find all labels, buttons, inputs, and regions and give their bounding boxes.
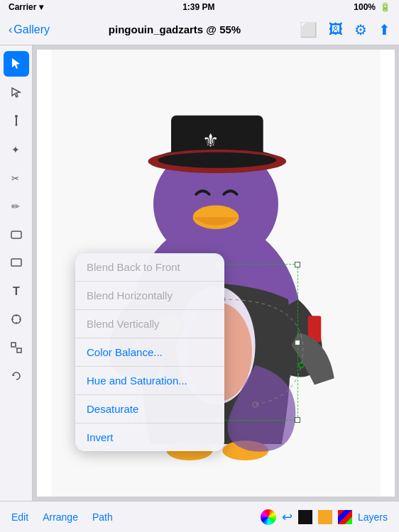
nav-bar: ‹ Gallery pingouin_gadzarts @ 55% ⬜ 🖼 ⚙ …	[0, 14, 399, 45]
undo-button[interactable]: ↩	[282, 509, 293, 525]
star-icon: ✦	[10, 143, 23, 155]
pattern-swatch[interactable]	[338, 510, 352, 524]
hue-saturation-item[interactable]: Hue and Saturation...	[75, 367, 224, 395]
frame-icon[interactable]: ⬜	[300, 21, 317, 38]
left-toolbar: ✦ ✂ ✏ T	[0, 45, 33, 501]
direct-select-tool[interactable]	[4, 79, 29, 105]
svg-text:⚜: ⚜	[202, 131, 219, 151]
invert-item[interactable]: Invert	[75, 423, 224, 451]
chevron-left-icon: ‹	[9, 23, 12, 36]
color-balance-item[interactable]: Color Balance...	[75, 338, 224, 367]
svg-rect-17	[17, 348, 21, 353]
layers-button[interactable]: Layers	[358, 511, 388, 523]
color-wheel[interactable]	[261, 509, 276, 525]
text-icon: T	[10, 284, 23, 297]
node-tool[interactable]: ✦	[4, 136, 29, 162]
svg-point-2	[15, 115, 18, 118]
svg-rect-16	[11, 343, 16, 347]
svg-marker-1	[12, 88, 20, 97]
image-icon[interactable]: 🖼	[329, 21, 343, 38]
svg-text:✏: ✏	[11, 201, 20, 212]
transform-icon	[10, 341, 23, 354]
svg-marker-0	[12, 58, 20, 69]
share-icon[interactable]: ⬆	[378, 21, 390, 38]
pen-icon	[10, 114, 23, 127]
blend-vertically: Blend Vertically	[75, 310, 224, 338]
arrange-button[interactable]: Arrange	[43, 511, 78, 523]
svg-text:T: T	[13, 285, 20, 297]
svg-point-26	[158, 153, 276, 168]
carrier-text: Carrier	[9, 2, 36, 12]
eraser-icon	[10, 228, 23, 240]
svg-rect-9	[11, 259, 21, 266]
nav-title: pingouin_gadzarts @ 55%	[109, 23, 241, 35]
blend-horizontally: Blend Horizontally	[75, 282, 224, 310]
wifi-icon: ▾	[39, 2, 43, 12]
text-tool[interactable]: T	[4, 278, 29, 304]
orange-color-swatch[interactable]	[318, 510, 332, 524]
pencil-tool[interactable]: ✏	[4, 193, 29, 218]
bottom-right-tools: ↩ Layers	[261, 509, 388, 525]
select-tool[interactable]	[4, 51, 29, 77]
rectangle-tool[interactable]	[4, 250, 29, 275]
bottom-left-buttons: Edit Arrange Path	[11, 511, 113, 523]
nav-back-area[interactable]: ‹ Gallery	[9, 23, 50, 36]
rect-icon	[10, 256, 23, 269]
eyedropper-tool[interactable]	[4, 306, 29, 332]
scissors-tool[interactable]: ✂	[4, 165, 29, 190]
bottom-toolbar: Edit Arrange Path ↩ Layers	[0, 501, 399, 532]
edit-button[interactable]: Edit	[11, 511, 28, 523]
status-left: Carrier ▾	[9, 2, 43, 12]
pencil-icon: ✏	[10, 199, 23, 212]
scissors-icon: ✂	[10, 171, 23, 184]
path-button[interactable]: Path	[92, 511, 113, 523]
eyedropper-icon	[10, 313, 23, 326]
status-bar: Carrier ▾ 1:39 PM 100% 🔋	[0, 0, 399, 14]
context-menu: Blend Back to Front Blend Horizontally B…	[75, 253, 224, 451]
battery-icon: 🔋	[380, 2, 390, 12]
rotate-tool[interactable]	[4, 363, 29, 389]
back-label: Gallery	[13, 23, 50, 36]
nav-right-icons: ⬜ 🖼 ⚙ ⬆	[300, 21, 390, 38]
arrow-icon	[10, 86, 23, 99]
black-color-swatch[interactable]	[298, 510, 312, 524]
blend-back-to-front: Blend Back to Front	[75, 253, 224, 282]
svg-rect-8	[11, 231, 21, 238]
eraser-tool[interactable]	[4, 221, 29, 247]
battery-text: 100%	[354, 2, 376, 12]
transform-tool[interactable]	[4, 335, 29, 360]
canvas-area: ⚜	[33, 45, 399, 501]
pen-tool[interactable]	[4, 108, 29, 133]
back-button[interactable]: ‹ Gallery	[9, 23, 50, 36]
status-right: 100% 🔋	[354, 2, 390, 12]
svg-text:✂: ✂	[11, 173, 19, 184]
status-time: 1:39 PM	[182, 2, 214, 12]
svg-text:✦: ✦	[11, 144, 20, 155]
svg-point-4	[15, 124, 17, 126]
rotate-icon	[10, 370, 23, 382]
cursor-icon	[10, 57, 23, 70]
desaturate-item[interactable]: Desaturate	[75, 395, 224, 423]
gear-icon[interactable]: ⚙	[354, 21, 367, 38]
